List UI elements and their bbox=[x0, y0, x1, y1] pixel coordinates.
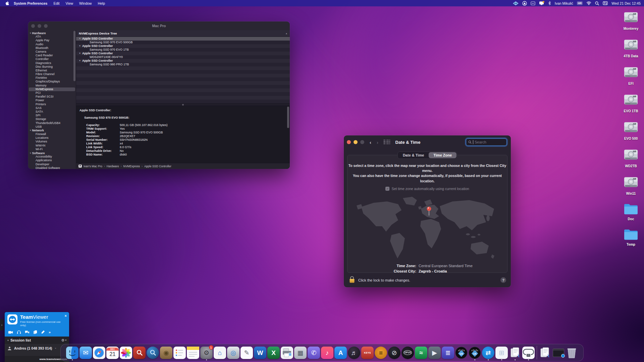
dock-icon-documents-stack[interactable] bbox=[538, 345, 552, 360]
sidebar-item-diagnostics[interactable]: Diagnostics bbox=[28, 61, 76, 65]
sidebar-section-network[interactable]: ▾Network bbox=[28, 129, 76, 132]
menu-edit[interactable]: Edit bbox=[50, 1, 62, 5]
sidebar-item-graphics-displays[interactable]: Graphics/Displays bbox=[28, 80, 76, 83]
session-settings-gear-icon[interactable]: ⚙▾ bbox=[61, 338, 66, 343]
dock-icon-vuescan[interactable] bbox=[280, 345, 294, 360]
dock-icon-textedit[interactable]: ✎ bbox=[240, 345, 254, 360]
video-call-icon[interactable] bbox=[8, 330, 13, 334]
dock-icon-ua-console[interactable]: UA bbox=[455, 345, 468, 360]
dock-icon-media-player[interactable]: ▶ bbox=[428, 345, 441, 360]
tab-time-zone[interactable]: Time Zone bbox=[429, 152, 457, 158]
dock-icon-ua-meter[interactable]: UA bbox=[468, 345, 482, 360]
sidebar-item-developer[interactable]: Developer bbox=[28, 163, 76, 166]
tree-row-apple-ssd-controller[interactable]: ▼Apple SSD Controller bbox=[76, 37, 290, 41]
file-transfer-icon[interactable] bbox=[33, 330, 37, 334]
control-center-menubar-icon[interactable] bbox=[603, 1, 608, 5]
input-source-menubar-icon[interactable]: HR bbox=[577, 1, 583, 5]
desktop-icon-monterey[interactable]: Monterey bbox=[619, 10, 643, 31]
dock-icon-wave-editor[interactable]: ≈ bbox=[415, 345, 428, 360]
menu-window[interactable]: Window bbox=[76, 1, 95, 5]
dock-icon-safari[interactable] bbox=[93, 345, 106, 360]
sidebar-item-controller[interactable]: Controller bbox=[28, 57, 76, 61]
wifi-menubar-icon[interactable] bbox=[586, 1, 591, 5]
dock-icon-teamviewer[interactable]: ⇄ bbox=[482, 345, 495, 360]
dock-icon-trash[interactable] bbox=[565, 345, 579, 360]
sidebar-item-sas[interactable]: SAS bbox=[28, 106, 76, 110]
world-map[interactable] bbox=[355, 194, 499, 261]
sidebar-item-pci[interactable]: PCI bbox=[28, 91, 76, 95]
sidebar-item-sata[interactable]: SATA bbox=[28, 110, 76, 114]
sidebar-item-locations[interactable]: Locations bbox=[28, 136, 76, 140]
desktop-icon-evo-1tb[interactable]: EVO 1TB bbox=[619, 93, 643, 113]
dock-icon-home-app[interactable]: ⌂ bbox=[213, 345, 227, 360]
forward-button[interactable]: › bbox=[377, 139, 378, 145]
tree-row-apple-ssd-controller[interactable]: ▼Apple SSD Controller bbox=[76, 52, 290, 55]
app-menu-title[interactable]: System Preferences bbox=[11, 1, 50, 5]
dock-icon-reminders[interactable] bbox=[173, 345, 186, 360]
sidebar-item-disabled-software[interactable]: Disabled Software bbox=[28, 166, 76, 169]
tree-row-samsung-ssd-980-pro-1tb[interactable]: Samsung SSD 980 PRO 1TB bbox=[76, 63, 290, 66]
bluetooth-menubar-icon[interactable] bbox=[548, 1, 551, 5]
sidebar-section-software[interactable]: ▾Software bbox=[28, 151, 76, 155]
sidebar-item-printers[interactable]: Printers bbox=[28, 103, 76, 106]
breadcrumb-segment-apple-ssd-controller[interactable]: Apple SSD Controller bbox=[144, 165, 171, 168]
dock-icon-calendar[interactable]: DEC21 bbox=[106, 345, 119, 360]
menubar-user-name[interactable]: Ivan Mikulić bbox=[555, 1, 573, 5]
dock-icon-app-store[interactable]: A bbox=[334, 345, 347, 360]
sidebar-item-wwan[interactable]: WWAN bbox=[28, 144, 76, 147]
dock-icon-word[interactable]: W bbox=[254, 345, 267, 360]
dock-icon-excel[interactable]: X bbox=[267, 345, 280, 360]
dock-icon-photos[interactable] bbox=[119, 345, 133, 360]
more-icon[interactable]: » bbox=[49, 330, 51, 334]
sidebar-item-parallel-scsi[interactable]: Parallel SCSI bbox=[28, 95, 76, 99]
dock-icon-toast[interactable]: ◎ bbox=[227, 345, 240, 360]
show-all-icon[interactable] bbox=[384, 140, 391, 145]
sidebar-item-usb[interactable]: USB bbox=[28, 125, 76, 129]
dock-icon-screen-magnifier[interactable] bbox=[146, 345, 160, 360]
menu-view[interactable]: View bbox=[63, 1, 76, 5]
desktop-icon-wd2tb[interactable]: WD2TB bbox=[619, 147, 643, 168]
chat-icon[interactable] bbox=[25, 330, 30, 334]
desktop-icon-evo-500[interactable]: EVO 500 bbox=[619, 120, 643, 140]
zoom-button[interactable] bbox=[360, 140, 364, 144]
sidebar-item-power[interactable]: Power bbox=[28, 99, 76, 102]
dock-icon-notes[interactable] bbox=[186, 345, 200, 360]
dock-icon-keys[interactable]: KEYS bbox=[361, 345, 374, 360]
auto-timezone-checkbox[interactable]: ✓ bbox=[385, 187, 389, 191]
sidebar-item-camera[interactable]: Camera bbox=[28, 50, 76, 54]
sidebar-item-accessibility[interactable]: Accessibility bbox=[28, 155, 76, 159]
dock-icon-find-any-file[interactable] bbox=[133, 345, 146, 360]
window-manager-menubar-icon[interactable] bbox=[531, 1, 535, 5]
dock-icon-system-preferences[interactable]: ⚙1 bbox=[200, 345, 213, 360]
search-input[interactable]: Search bbox=[466, 138, 507, 146]
sidebar-section-hardware[interactable]: ▾Hardware bbox=[28, 31, 76, 35]
tree-row-samsung-ssd-970-evo-1tb[interactable]: Samsung SSD 970 EVO 1TB bbox=[76, 48, 290, 52]
sidebar-item-audio[interactable]: Audio bbox=[28, 43, 76, 46]
sidebar-item-disc-burning[interactable]: Disc Burning bbox=[28, 65, 76, 69]
dock-icon-caliper-tool[interactable] bbox=[522, 345, 535, 360]
close-button[interactable] bbox=[347, 140, 351, 144]
session-user-row[interactable]: Andres (1 048 393 014) ⌄ bbox=[5, 344, 69, 356]
sidebar-item-nvmexpress[interactable]: NVMExpress bbox=[29, 87, 75, 91]
sidebar-item-ethernet[interactable]: Ethernet bbox=[28, 69, 76, 72]
sidebar-item-volumes[interactable]: Volumes bbox=[28, 140, 76, 143]
breadcrumb-segment-nvmexpress[interactable]: NVMExpress bbox=[123, 165, 140, 168]
sidebar-item-wi-fi[interactable]: Wi-Fi bbox=[28, 147, 76, 151]
sidebar-item-fibre-channel[interactable]: Fibre Channel bbox=[28, 72, 76, 76]
device-tree-header[interactable]: NVMExpress Device Tree ▴ bbox=[76, 30, 290, 37]
dock-icon-brown-utility[interactable]: ◉ bbox=[160, 345, 173, 360]
display-notification-menubar-icon[interactable] bbox=[539, 1, 544, 5]
desktop-icon-win11[interactable]: Win11 bbox=[619, 175, 643, 195]
sidebar-item-firewire[interactable]: FireWire bbox=[28, 76, 76, 80]
annotate-icon[interactable] bbox=[41, 330, 45, 334]
dock-icon-audio-utility[interactable]: ⊘ bbox=[388, 345, 401, 360]
tree-row-wds200t1x0e-00afy0[interactable]: WDS200T1X0E-00AFY0 bbox=[76, 55, 290, 59]
desktop-icon-doc[interactable]: Doc bbox=[619, 202, 643, 221]
help-button[interactable]: ? bbox=[500, 277, 506, 283]
dock-icon-graphic-converter[interactable]: ▦ bbox=[294, 345, 307, 360]
sidebar-item-firewall[interactable]: Firewall bbox=[28, 132, 76, 136]
lock-icon[interactable] bbox=[349, 276, 355, 285]
spotlight-search-menubar-icon[interactable] bbox=[595, 1, 599, 5]
dock-icon-grid-utility[interactable]: ⊞ bbox=[495, 345, 508, 360]
dock-icon-opus[interactable]: OPUS bbox=[401, 345, 415, 360]
